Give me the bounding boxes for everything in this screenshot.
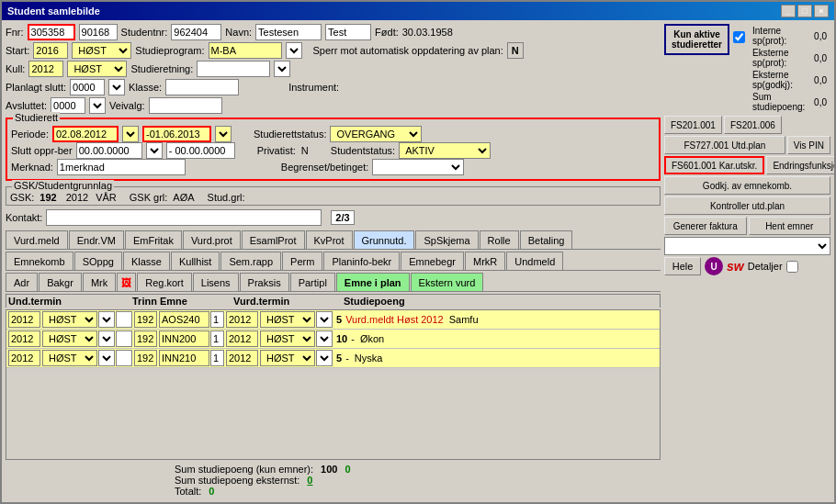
minimize-button[interactable]: _ — [781, 5, 796, 17]
row1-check[interactable] — [116, 311, 132, 328]
periode-from-input[interactable] — [52, 126, 119, 142]
tab-partipl[interactable]: Partipl — [290, 273, 335, 291]
row1-vurd-sem[interactable]: HØST — [260, 311, 315, 328]
periode-to-select[interactable] — [215, 126, 232, 142]
periode-to-input[interactable] — [142, 126, 211, 142]
tab-kvprot[interactable]: KvProt — [306, 230, 353, 249]
detaljer-checkbox[interactable] — [786, 261, 798, 273]
row2-emne[interactable] — [159, 330, 209, 347]
maximize-button[interactable]: □ — [797, 5, 812, 17]
studieprogram-input[interactable] — [209, 42, 282, 59]
tab-vurdmeld[interactable]: Vurd.meld — [6, 230, 68, 249]
row3-und-sel1[interactable] — [98, 350, 115, 366]
row1-und-sem[interactable]: HØST — [42, 311, 97, 328]
periode-from-select[interactable] — [122, 126, 139, 142]
row3-vurd-sel[interactable] — [316, 350, 333, 366]
slutt-from-input[interactable] — [76, 142, 142, 159]
kun-aktive-checkbox[interactable] — [733, 31, 745, 43]
tab-esamlprot[interactable]: EsamlProt — [242, 230, 305, 249]
tab-kullhist[interactable]: Kullhist — [171, 252, 220, 270]
planlagt-select[interactable] — [108, 79, 125, 95]
studieprogram-select[interactable] — [286, 42, 302, 59]
tab-klasse[interactable]: Klasse — [123, 252, 170, 270]
row2-check[interactable] — [116, 330, 132, 347]
kun-aktive-button[interactable]: Kun aktive studieretter — [664, 24, 729, 55]
row2-und-sem[interactable]: HØST — [42, 330, 97, 347]
slutt-to-input[interactable] — [166, 142, 235, 159]
kontakt-input[interactable] — [46, 209, 322, 226]
studierettstatus-select[interactable]: OVERGANG — [330, 126, 422, 142]
test-input[interactable] — [325, 24, 371, 40]
slutt-from-select[interactable] — [146, 142, 163, 159]
vis-pin-button[interactable]: Vis PIN — [787, 136, 830, 154]
tab-vurdprot[interactable]: Vurd.prot — [183, 230, 241, 249]
tab-emnebegr[interactable]: Emnebegr — [401, 252, 464, 270]
row3-und-year[interactable] — [8, 350, 40, 366]
tab-lisens[interactable]: Lisens — [193, 273, 239, 291]
start-sem-select[interactable]: HØST — [72, 42, 131, 59]
fs201001-button[interactable]: FS201.001 — [664, 116, 722, 134]
kontroller-button[interactable]: Kontroller utd.plan — [664, 196, 830, 215]
kull-year-input[interactable] — [28, 61, 63, 77]
tab-grunnutd[interactable]: Grunnutd. — [354, 230, 415, 249]
row3-vurd-year[interactable] — [226, 350, 258, 366]
row2-vurd-sem[interactable]: HØST — [260, 330, 315, 347]
row3-col[interactable] — [210, 350, 224, 366]
row3-vurd-sem[interactable]: HØST — [260, 350, 315, 366]
tab-mrk[interactable]: Mrk — [83, 273, 116, 291]
tab-planinfo[interactable]: Planinfo-bekr — [323, 252, 400, 270]
tab-mrkr[interactable]: MrkR — [465, 252, 505, 270]
studentnr-input[interactable] — [171, 24, 221, 40]
row1-vurd-sel[interactable] — [316, 311, 333, 328]
fs201006-button[interactable]: FS201.006 — [724, 116, 782, 134]
fnr-input[interactable] — [28, 24, 75, 40]
row1-col[interactable] — [210, 311, 224, 328]
tab-perm[interactable]: Perm — [282, 252, 322, 270]
tab-bakgr[interactable]: Bakgr — [39, 273, 82, 291]
row1-und-year[interactable] — [8, 311, 40, 328]
row2-und-year[interactable] — [8, 330, 40, 347]
generer-button[interactable]: Generer faktura — [664, 217, 747, 235]
veivalg-input[interactable] — [149, 97, 222, 114]
row2-vurd-year[interactable] — [226, 330, 258, 347]
studentstatus-select[interactable]: AKTIV — [399, 142, 491, 159]
tab-rolle[interactable]: Rolle — [480, 230, 519, 249]
row2-col[interactable] — [210, 330, 224, 347]
tab-emfritak[interactable]: EmFritak — [125, 230, 182, 249]
tab-soppg[interactable]: SOppg — [74, 252, 122, 270]
studieretning-input[interactable] — [197, 61, 270, 77]
fs727-button[interactable]: FS727.001 Utd.plan — [664, 136, 785, 154]
tab-spskjema[interactable]: SpSkjema — [415, 230, 478, 249]
row1-emne[interactable] — [159, 311, 209, 328]
close-button[interactable]: × — [814, 5, 829, 17]
tab-betaling[interactable]: Betaling — [520, 230, 573, 249]
dropdown-select[interactable] — [664, 237, 830, 255]
begrenset-select[interactable] — [372, 159, 464, 175]
tab-adr[interactable]: Adr — [6, 273, 38, 291]
hele-button[interactable]: Hele — [664, 257, 701, 275]
hent-button[interactable]: Hent emner — [749, 217, 831, 235]
planlagt-input[interactable] — [70, 79, 105, 95]
endring-button[interactable]: Endringsfunksjoner — [766, 156, 834, 174]
start-year-input[interactable] — [33, 42, 68, 59]
studieretning-select[interactable] — [274, 61, 290, 77]
tab-regkort[interactable]: Reg.kort — [137, 273, 192, 291]
tab-endrvm[interactable]: Endr.VM — [69, 230, 124, 249]
godkj-button[interactable]: Godkj. av emnekomb. — [664, 176, 830, 195]
kull-sem-select[interactable]: HØST — [67, 61, 127, 77]
tab-undmeld[interactable]: Undmeld — [506, 252, 563, 270]
row3-emne[interactable] — [159, 350, 209, 366]
row2-vurd-sel[interactable] — [316, 330, 333, 347]
row1-und-sel1[interactable] — [98, 311, 115, 328]
tab-ekstern-vurd[interactable]: Ekstern vurd — [411, 273, 484, 291]
fnr2-input[interactable] — [79, 24, 118, 40]
klasse-input[interactable] — [165, 79, 239, 95]
tab-semrapp[interactable]: Sem.rapp — [220, 252, 281, 270]
tab-img[interactable]: 🖼 — [117, 273, 136, 291]
navn-input[interactable] — [255, 24, 322, 40]
row2-und-sel1[interactable] — [98, 330, 115, 347]
row3-und-sem[interactable]: HØST — [42, 350, 97, 366]
merknad-input[interactable] — [57, 159, 186, 175]
tab-emne-i-plan[interactable]: Emne i plan — [336, 273, 410, 291]
row3-check[interactable] — [116, 350, 132, 366]
